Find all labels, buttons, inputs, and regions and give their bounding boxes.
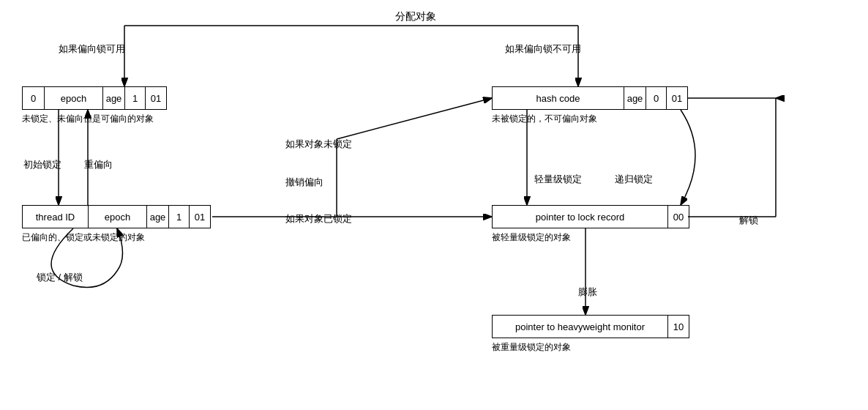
box4-cell-pointer: pointer to lock record <box>493 206 668 228</box>
box5-cell-10: 10 <box>668 316 689 338</box>
if-locked-label: 如果对象已锁定 <box>285 212 352 225</box>
box4-desc: 被轻量级锁定的对象 <box>492 231 571 244</box>
box4-lightweight: pointer to lock record 00 <box>492 205 689 228</box>
initial-lock-label: 初始锁定 <box>23 158 61 171</box>
box1-cell-epoch: epoch <box>45 87 103 109</box>
left-branch-label: 如果偏向锁可用 <box>59 42 125 56</box>
unlock-label: 解锁 <box>739 214 758 227</box>
lock-unlock-label: 锁定 / 解锁 <box>37 271 83 284</box>
right-branch-label: 如果偏向锁不可用 <box>505 42 581 56</box>
box1-cell-age: age <box>103 87 125 109</box>
cancel-bias-label: 撤销偏向 <box>285 176 323 189</box>
inflate-label: 膨胀 <box>578 286 597 299</box>
box1-unlocked-biasable: 0 epoch age 1 01 <box>22 86 167 110</box>
box1-cell-1: 1 <box>125 87 146 109</box>
box4-cell-00: 00 <box>668 206 689 228</box>
box2-cell-age: age <box>147 206 169 228</box>
box1-cell-0: 0 <box>23 87 45 109</box>
box2-cell-epoch: epoch <box>89 206 147 228</box>
if-unlocked-label: 如果对象未锁定 <box>285 138 352 151</box>
box2-cell-1: 1 <box>169 206 190 228</box>
lightweight-label: 轻量级锁定 <box>534 173 582 186</box>
box2-desc: 已偏向的、锁定或未锁定的对象 <box>22 231 145 244</box>
box3-cell-01: 01 <box>667 87 687 109</box>
box3-cell-age: age <box>624 87 646 109</box>
box3-desc: 未被锁定的，不可偏向对象 <box>492 113 597 125</box>
box3-cell-hashcode: hash code <box>493 87 624 109</box>
recursive-label: 递归锁定 <box>615 173 653 186</box>
box1-cell-01: 01 <box>146 87 166 109</box>
box5-heavyweight: pointer to heavyweight monitor 10 <box>492 315 689 338</box>
box3-unhashable: hash code age 0 01 <box>492 86 688 110</box>
box2-biased: thread ID epoch age 1 01 <box>22 205 211 228</box>
box2-cell-01: 01 <box>190 206 210 228</box>
diagram: 分配对象 如果偏向锁可用 如果偏向锁不可用 0 epoch age 1 01 未… <box>0 0 868 410</box>
box5-desc: 被重量级锁定的对象 <box>492 341 571 354</box>
top-label: 分配对象 <box>395 10 436 23</box>
box1-desc: 未锁定、未偏向但是可偏向的对象 <box>22 113 154 125</box>
box2-cell-threadid: thread ID <box>23 206 89 228</box>
box5-cell-pointer: pointer to heavyweight monitor <box>493 316 668 338</box>
svg-line-10 <box>337 98 492 139</box>
box3-cell-0: 0 <box>646 87 667 109</box>
rebias-label: 重偏向 <box>84 158 113 171</box>
